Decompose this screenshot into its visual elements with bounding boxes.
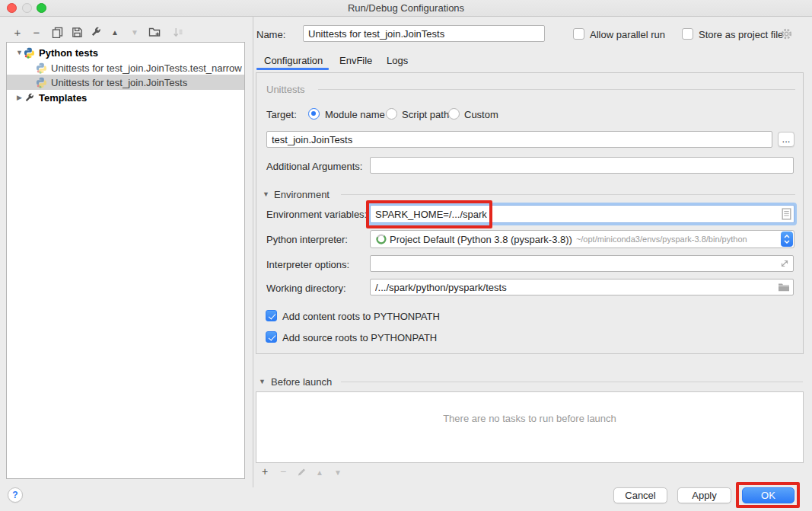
tree-item-label: Templates	[39, 92, 87, 104]
python-interpreter-combobox[interactable]: Project Default (Python 3.8 (pyspark-3.8…	[370, 230, 794, 248]
edit-environment-variables-icon[interactable]	[782, 208, 791, 220]
save-icon	[72, 27, 83, 38]
help-button[interactable]: ?	[8, 487, 23, 503]
python-test-icon	[36, 77, 47, 88]
apply-button[interactable]: Apply	[677, 487, 731, 503]
module-name-input[interactable]	[266, 131, 772, 148]
copy-configuration-button[interactable]	[50, 25, 64, 39]
tab-envfile[interactable]: EnvFile	[339, 55, 372, 66]
move-task-up-button[interactable]: ▲	[314, 466, 326, 478]
interpreter-dropdown-stepper[interactable]	[781, 232, 793, 247]
edit-templates-button[interactable]	[89, 25, 103, 39]
environment-variables-input[interactable]	[370, 205, 794, 223]
target-module-name-label: Module name	[325, 109, 385, 120]
before-launch-collapse-icon[interactable]: ▼	[259, 378, 266, 385]
tree-item-label: Python tests	[39, 47, 98, 59]
before-launch-tasks-list[interactable]	[256, 391, 804, 463]
additional-arguments-input[interactable]	[370, 157, 794, 174]
interpreter-options-label: Interpreter options:	[266, 259, 349, 270]
move-up-button[interactable]: ▲	[108, 25, 122, 39]
before-launch-section-line	[341, 382, 803, 382]
sort-configurations-button[interactable]	[171, 25, 185, 39]
configurations-tree: ▼ Python tests Unittests for test_join.J…	[6, 42, 245, 479]
templates-wrench-icon	[24, 92, 35, 104]
ok-button[interactable]: OK	[742, 487, 794, 503]
add-source-roots-checkbox[interactable]	[266, 331, 277, 343]
save-configuration-button[interactable]	[70, 25, 84, 39]
before-launch-section-title: Before launch	[271, 376, 332, 388]
minus-icon: −	[33, 26, 40, 39]
working-directory-input[interactable]	[370, 279, 794, 295]
wrench-icon	[91, 27, 101, 37]
add-content-roots-label: Add content roots to PYTHONPATH	[282, 311, 440, 322]
browse-folder-icon[interactable]	[778, 282, 790, 292]
help-icon: ?	[12, 490, 18, 500]
python-interpreter-label: Python interpreter:	[266, 234, 348, 245]
arrow-down-icon: ▼	[334, 468, 342, 477]
edit-task-button[interactable]	[295, 465, 307, 477]
interpreter-options-input[interactable]	[370, 255, 794, 272]
expand-field-icon[interactable]	[779, 258, 790, 269]
browse-module-button[interactable]: ...	[778, 132, 794, 147]
create-folder-button[interactable]	[148, 25, 161, 39]
tree-item-python-tests[interactable]: ▼ Python tests	[7, 45, 244, 60]
store-as-project-file-checkbox[interactable]	[682, 28, 693, 40]
pencil-icon	[297, 467, 307, 477]
store-as-project-file-label: Store as project file	[699, 29, 783, 40]
environment-collapse-icon[interactable]: ▼	[263, 190, 269, 198]
add-content-roots-checkbox[interactable]	[266, 310, 277, 321]
tree-item-label: Unittests for test_join.JoinTests.test_n…	[51, 62, 242, 74]
active-tab-underline	[256, 68, 329, 70]
name-label: Name:	[256, 29, 285, 40]
environment-section-title: Environment	[274, 189, 330, 200]
move-down-button[interactable]: ▼	[128, 25, 142, 39]
ellipsis-icon: ...	[782, 133, 791, 145]
unittests-group-title: Unittests	[266, 84, 305, 95]
remove-task-button[interactable]: −	[277, 465, 289, 477]
environment-section-line	[341, 194, 795, 195]
add-source-roots-label: Add source roots to PYTHONPATH	[282, 332, 437, 343]
move-task-down-button[interactable]: ▼	[332, 466, 344, 478]
tree-item-jointests-selected[interactable]: Unittests for test_join.JoinTests	[7, 75, 244, 90]
titlebar: Run/Debug Configurations	[0, 0, 812, 17]
plus-icon: +	[262, 465, 268, 477]
tree-item-label: Unittests for test_join.JoinTests	[51, 77, 187, 88]
target-script-path-label: Script path	[402, 109, 449, 120]
group-title-line	[318, 89, 795, 90]
target-module-name-radio[interactable]	[308, 108, 320, 120]
new-folder-icon	[148, 26, 161, 38]
tab-logs[interactable]: Logs	[387, 55, 408, 66]
name-input[interactable]	[303, 25, 545, 42]
tree-expanded-icon[interactable]: ▼	[15, 49, 24, 56]
tree-collapsed-icon[interactable]: ▶	[15, 94, 24, 101]
arrow-up-icon: ▲	[316, 468, 323, 477]
updown-chevrons-icon	[783, 233, 791, 245]
tree-item-templates[interactable]: ▶ Templates	[7, 90, 244, 105]
copy-icon	[52, 27, 63, 38]
target-custom-radio[interactable]	[448, 108, 460, 120]
remove-configuration-button[interactable]: −	[30, 25, 43, 39]
target-custom-label: Custom	[464, 109, 498, 120]
before-launch-empty-message: There are no tasks to run before launch	[256, 413, 804, 424]
target-label: Target:	[266, 109, 297, 120]
allow-parallel-run-label: Allow parallel run	[590, 29, 665, 40]
arrow-up-icon: ▲	[111, 28, 119, 37]
allow-parallel-run-checkbox[interactable]	[573, 28, 584, 40]
tab-configuration[interactable]: Configuration	[264, 55, 323, 66]
tree-item-test-narrow[interactable]: Unittests for test_join.JoinTests.test_n…	[7, 60, 244, 75]
add-task-button[interactable]: +	[259, 465, 271, 477]
run-debug-configurations-dialog: Run/Debug Configurations + − ▲ ▼	[0, 0, 812, 511]
plus-icon: +	[14, 26, 21, 39]
additional-arguments-label: Additional Arguments:	[266, 161, 362, 172]
target-script-path-radio[interactable]	[386, 108, 397, 120]
python-interpreter-path: ~/opt/miniconda3/envs/pyspark-3.8/bin/py…	[576, 235, 747, 244]
minus-icon: −	[280, 465, 286, 477]
python-interpreter-ring-icon	[376, 234, 387, 244]
python-test-icon	[36, 62, 47, 74]
sort-alphabetically-icon	[173, 27, 184, 38]
cancel-button[interactable]: Cancel	[613, 487, 667, 503]
add-configuration-button[interactable]: +	[11, 25, 24, 39]
store-settings-gear-icon[interactable]	[780, 27, 793, 40]
python-interpreter-value: Project Default (Python 3.8 (pyspark-3.8…	[390, 234, 572, 245]
working-directory-label: Working directory:	[266, 283, 346, 294]
